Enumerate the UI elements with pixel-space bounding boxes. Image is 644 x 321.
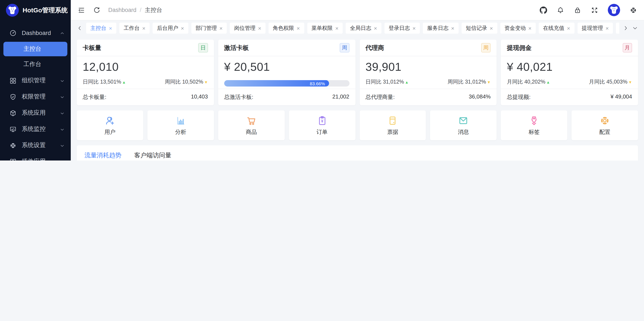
close-tab-icon[interactable]: × bbox=[181, 25, 184, 31]
tab-短信记录[interactable]: 短信记录× bbox=[462, 22, 497, 34]
settings-gear-icon[interactable] bbox=[630, 6, 637, 14]
analysis-icon bbox=[175, 115, 186, 126]
period-badge[interactable]: 月 bbox=[622, 43, 632, 52]
progress-fill: 83.66% bbox=[224, 80, 329, 86]
stat-metrics: 日同比 13,501%▲周同比 10,502%▼ bbox=[83, 78, 208, 86]
tab-部门管理[interactable]: 部门管理× bbox=[191, 22, 227, 34]
shortcut-标签[interactable]: 标签 bbox=[501, 110, 568, 140]
lock-icon[interactable] bbox=[574, 6, 581, 14]
github-icon[interactable] bbox=[540, 6, 547, 14]
shortcut-商品[interactable]: 商品 bbox=[218, 110, 285, 140]
close-tab-icon[interactable]: × bbox=[606, 25, 608, 31]
close-tab-icon[interactable]: × bbox=[374, 25, 377, 31]
sidebar-item-组织管理[interactable]: 组织管理 bbox=[0, 72, 71, 89]
close-tab-icon[interactable]: × bbox=[567, 25, 570, 31]
tab-label: 工作台 bbox=[124, 24, 140, 32]
tab-岗位管理[interactable]: 岗位管理× bbox=[230, 22, 266, 34]
sidebar-item-系统设置[interactable]: 系统设置 bbox=[0, 137, 71, 154]
logo-row[interactable]: HotGo管理系统 bbox=[0, 0, 71, 20]
stat-card-header: 提现佣金月 bbox=[501, 40, 638, 56]
close-tab-icon[interactable]: × bbox=[142, 25, 145, 31]
sidebar-item-插件应用[interactable]: 插件应用 bbox=[0, 154, 71, 160]
user-avatar[interactable] bbox=[608, 4, 620, 16]
shortcuts-row: 用户分析商品¥订单票据消息标签配置 bbox=[77, 110, 638, 140]
chevron-down-icon bbox=[60, 143, 65, 148]
sidebar-item-Dashboard[interactable]: Dashboard bbox=[0, 25, 71, 41]
tab-label: 服务日志 bbox=[427, 24, 448, 32]
tab-服务日志[interactable]: 服务日志× bbox=[423, 22, 458, 34]
tab-工作台[interactable]: 工作台× bbox=[119, 22, 150, 34]
tab-角色权限[interactable]: 角色权限× bbox=[268, 22, 304, 34]
refresh-icon[interactable] bbox=[93, 6, 100, 14]
stat-card-header: 激活卡板周 bbox=[218, 40, 356, 56]
tab-label: 提现管理 bbox=[582, 24, 603, 32]
shortcut-订单[interactable]: ¥订单 bbox=[289, 110, 355, 140]
close-tab-icon[interactable]: × bbox=[528, 25, 532, 31]
tab-登录日志[interactable]: 登录日志× bbox=[384, 22, 420, 34]
sidebar-item-label: 插件应用 bbox=[22, 158, 54, 160]
bell-icon[interactable] bbox=[557, 6, 564, 14]
metric: 月同比 40,202%▲ bbox=[507, 78, 550, 86]
tabs-scroll-right-icon[interactable] bbox=[623, 25, 629, 31]
tab-地区编码[interactable]: 地区编码× bbox=[616, 22, 619, 34]
sidebar-item-label: 组织管理 bbox=[22, 77, 54, 84]
tab-提现管理[interactable]: 提现管理× bbox=[577, 22, 613, 34]
close-tab-icon[interactable]: × bbox=[490, 25, 493, 31]
tab-在线充值[interactable]: 在线充值× bbox=[539, 22, 574, 34]
close-tab-icon[interactable]: × bbox=[109, 25, 112, 31]
close-tab-icon[interactable]: × bbox=[297, 25, 300, 31]
tab-主控台[interactable]: 主控台× bbox=[86, 22, 116, 34]
tab-label: 登录日志 bbox=[389, 24, 410, 32]
breadcrumb-root[interactable]: Dashboard bbox=[108, 7, 136, 13]
main-column: Dashboard / 主控台 主控台×工作台×后台用户×部门管理×岗位管理×角… bbox=[71, 0, 644, 160]
shortcut-label: 订单 bbox=[316, 128, 328, 136]
shortcut-label: 商品 bbox=[246, 128, 257, 136]
tab-traffic-trend[interactable]: 流量消耗趋势 bbox=[84, 150, 122, 160]
stat-card-title: 卡板量 bbox=[83, 44, 101, 52]
shortcut-分析[interactable]: 分析 bbox=[148, 110, 214, 140]
fullscreen-icon[interactable] bbox=[591, 6, 598, 14]
gear-icon bbox=[10, 142, 16, 149]
trend-up-icon: ▲ bbox=[405, 80, 409, 84]
close-tab-icon[interactable]: × bbox=[412, 25, 416, 31]
tab-client-visits[interactable]: 客户端访问量 bbox=[134, 150, 172, 160]
breadcrumb-separator: / bbox=[140, 7, 142, 13]
tab-label: 主控台 bbox=[90, 24, 106, 32]
sidebar-subitem-工作台[interactable]: 工作台 bbox=[0, 57, 71, 72]
sidebar-item-label: Dashboard bbox=[22, 30, 54, 36]
shortcut-配置[interactable]: 配置 bbox=[572, 110, 638, 140]
stat-card-body: ¥ 20,50183.66% bbox=[218, 56, 356, 89]
close-tab-icon[interactable]: × bbox=[258, 25, 261, 31]
period-badge[interactable]: 日 bbox=[198, 43, 208, 52]
close-tab-icon[interactable]: × bbox=[335, 25, 338, 31]
shortcut-label: 用户 bbox=[104, 128, 116, 136]
close-tab-icon[interactable]: × bbox=[220, 25, 223, 31]
sidebar-subitem-主控台[interactable]: 主控台 bbox=[4, 42, 67, 56]
stat-value: ¥ 20,501 bbox=[224, 60, 350, 74]
collapse-sidebar-icon[interactable] bbox=[78, 6, 85, 14]
stat-card-body: ¥ 40,021月同比 40,202%▲月同比 45,003%▼ bbox=[501, 56, 638, 89]
shortcut-票据[interactable]: 票据 bbox=[360, 110, 426, 140]
svg-text:¥: ¥ bbox=[321, 118, 323, 123]
shortcut-用户[interactable]: 用户 bbox=[77, 110, 143, 140]
shortcut-消息[interactable]: 消息 bbox=[430, 110, 497, 140]
app-title: HotGo管理系统 bbox=[22, 6, 68, 14]
tab-资金变动[interactable]: 资金变动× bbox=[500, 22, 536, 34]
footer-value: 10,403 bbox=[191, 93, 208, 101]
footer-value: 36,084% bbox=[469, 93, 491, 101]
shortcut-label: 配置 bbox=[599, 128, 610, 136]
tabs-scroll-left-icon[interactable] bbox=[77, 25, 83, 31]
period-badge[interactable]: 周 bbox=[340, 43, 349, 52]
period-badge[interactable]: 周 bbox=[481, 43, 491, 52]
sidebar: HotGo管理系统 Dashboard主控台工作台组织管理权限管理系统应用系统监… bbox=[0, 0, 71, 160]
tab-全局日志[interactable]: 全局日志× bbox=[346, 22, 381, 34]
sidebar-item-系统监控[interactable]: 系统监控 bbox=[0, 121, 71, 137]
tab-菜单权限[interactable]: 菜单权限× bbox=[307, 22, 343, 34]
tab-后台用户[interactable]: 后台用户× bbox=[152, 22, 188, 34]
dashboard-icon bbox=[10, 29, 16, 36]
sidebar-item-权限管理[interactable]: 权限管理 bbox=[0, 89, 71, 105]
close-tab-icon[interactable]: × bbox=[451, 25, 454, 31]
tabs-menu-icon[interactable] bbox=[632, 25, 638, 31]
dashboard-content: 卡板量日12,010日同比 13,501%▲周同比 10,502%▼总卡板量:1… bbox=[71, 36, 644, 160]
sidebar-item-系统应用[interactable]: 系统应用 bbox=[0, 105, 71, 121]
